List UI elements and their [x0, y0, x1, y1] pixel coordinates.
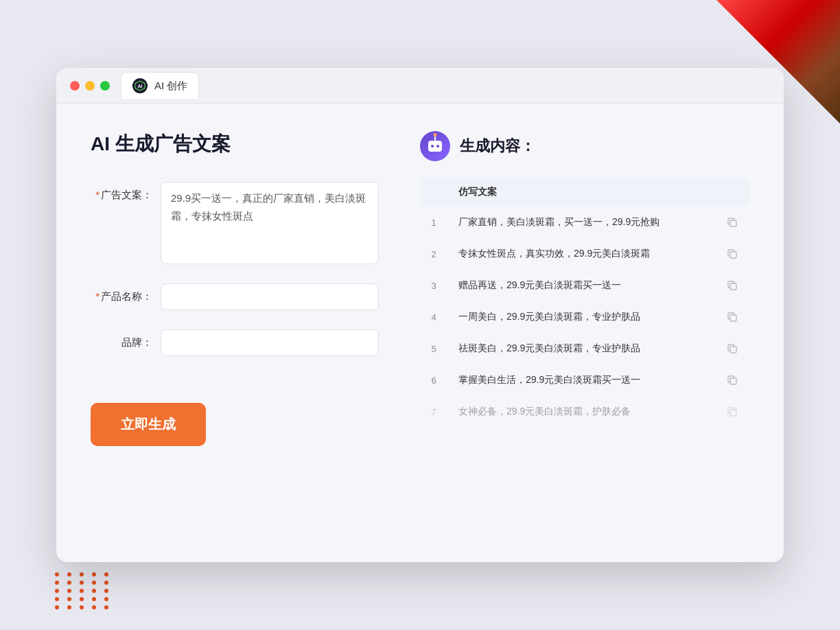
minimize-button[interactable] — [85, 81, 95, 91]
table-row: 1厂家直销，美白淡斑霜，买一送一，29.9元抢购 — [420, 207, 749, 238]
tab-label: AI 创作 — [154, 80, 187, 93]
row-copy-text: 祛斑美白，29.9元美白淡斑霜，专业护肤品 — [447, 333, 715, 364]
close-button[interactable] — [70, 81, 80, 91]
browser-window: AI AI 创作 AI 生成广告文案 *广告文案： 29.9买一送一，真正的厂家… — [56, 68, 784, 562]
copy-button[interactable] — [726, 311, 738, 323]
generate-button[interactable]: 立即生成 — [91, 403, 206, 446]
row-index: 4 — [420, 301, 447, 333]
left-panel: AI 生成广告文案 *广告文案： 29.9买一送一，真正的厂家直销，美白淡斑霜，… — [91, 131, 379, 529]
tab-icon: AI — [132, 78, 148, 93]
product-name-label: *产品名称： — [91, 283, 152, 303]
results-title: 生成内容： — [460, 136, 535, 156]
table-header-action — [715, 178, 749, 207]
deco-bottom-left — [55, 572, 113, 609]
table-row: 5祛斑美白，29.9元美白淡斑霜，专业护肤品 — [420, 333, 749, 364]
brand-input[interactable]: 好白 — [161, 329, 379, 356]
row-copy-text: 专抹女性斑点，真实功效，29.9元美白淡斑霜 — [447, 238, 715, 270]
row-copy-text: 女神必备，29.9元美白淡斑霜，护肤必备 — [447, 396, 715, 428]
svg-rect-4 — [730, 283, 736, 290]
svg-rect-7 — [730, 378, 736, 384]
table-header-index — [420, 178, 447, 207]
table-row: 6掌握美白生活，29.9元美白淡斑霜买一送一 — [420, 364, 749, 396]
row-copy-text: 一周美白，29.9元美白淡斑霜，专业护肤品 — [447, 301, 715, 333]
row-copy-text: 厂家直销，美白淡斑霜，买一送一，29.9元抢购 — [447, 207, 715, 238]
table-row: 3赠品再送，29.9元美白淡斑霜买一送一 — [420, 270, 749, 301]
ad-copy-label: *广告文案： — [91, 182, 152, 202]
product-name-group: *产品名称： 美白淡斑霜 — [91, 283, 379, 310]
main-content: AI 生成广告文案 *广告文案： 29.9买一送一，真正的厂家直销，美白淡斑霜，… — [56, 104, 784, 557]
row-copy-action — [715, 238, 749, 270]
table-row: 2专抹女性斑点，真实功效，29.9元美白淡斑霜 — [420, 238, 749, 270]
row-copy-action — [715, 207, 749, 238]
row-copy-action — [715, 364, 749, 396]
svg-rect-8 — [730, 410, 736, 416]
copy-button[interactable] — [726, 342, 738, 355]
brand-group: 品牌： 好白 — [91, 329, 379, 356]
row-index: 5 — [420, 333, 447, 364]
row-index: 1 — [420, 207, 447, 238]
table-header-copy: 仿写文案 — [447, 178, 715, 207]
ad-copy-group: *广告文案： 29.9买一送一，真正的厂家直销，美白淡斑霜，专抹女性斑点 — [91, 182, 379, 264]
brand-label: 品牌： — [91, 329, 152, 349]
svg-rect-6 — [730, 347, 736, 353]
maximize-button[interactable] — [100, 81, 110, 91]
table-row: 7女神必备，29.9元美白淡斑霜，护肤必备 — [420, 396, 749, 428]
row-copy-action — [715, 301, 749, 333]
copy-button[interactable] — [726, 216, 738, 229]
copy-button[interactable] — [726, 406, 738, 418]
title-bar: AI AI 创作 — [56, 68, 784, 104]
copy-button[interactable] — [726, 279, 738, 292]
row-copy-action — [715, 270, 749, 301]
row-copy-text: 掌握美白生活，29.9元美白淡斑霜买一送一 — [447, 364, 715, 396]
svg-rect-3 — [730, 252, 736, 258]
right-panel: 生成内容： 仿写文案 1厂家直销，美白淡斑霜，买一送一，29.9元抢购 2专抹女… — [420, 131, 749, 529]
page-title: AI 生成广告文案 — [91, 131, 379, 157]
row-copy-action — [715, 333, 749, 364]
svg-rect-5 — [730, 315, 736, 321]
required-marker: * — [95, 189, 100, 200]
table-header-row: 仿写文案 — [420, 178, 749, 207]
row-index: 6 — [420, 364, 447, 396]
robot-icon — [420, 131, 450, 161]
row-copy-text: 赠品再送，29.9元美白淡斑霜买一送一 — [447, 270, 715, 301]
active-tab[interactable]: AI AI 创作 — [121, 72, 199, 99]
results-header: 生成内容： — [420, 131, 749, 161]
table-row: 4一周美白，29.9元美白淡斑霜，专业护肤品 — [420, 301, 749, 333]
traffic-lights — [70, 81, 110, 91]
results-table: 仿写文案 1厂家直销，美白淡斑霜，买一送一，29.9元抢购 2专抹女性斑点，真实… — [420, 178, 749, 428]
row-index: 2 — [420, 238, 447, 270]
copy-button[interactable] — [726, 248, 738, 260]
row-copy-action — [715, 396, 749, 428]
row-index: 3 — [420, 270, 447, 301]
row-index: 7 — [420, 396, 447, 428]
product-name-input[interactable]: 美白淡斑霜 — [161, 283, 379, 310]
svg-text:AI: AI — [138, 84, 143, 89]
svg-rect-2 — [730, 220, 736, 226]
required-marker-2: * — [95, 290, 100, 302]
ad-copy-input[interactable]: 29.9买一送一，真正的厂家直销，美白淡斑霜，专抹女性斑点 — [161, 182, 379, 264]
copy-button[interactable] — [726, 374, 738, 386]
